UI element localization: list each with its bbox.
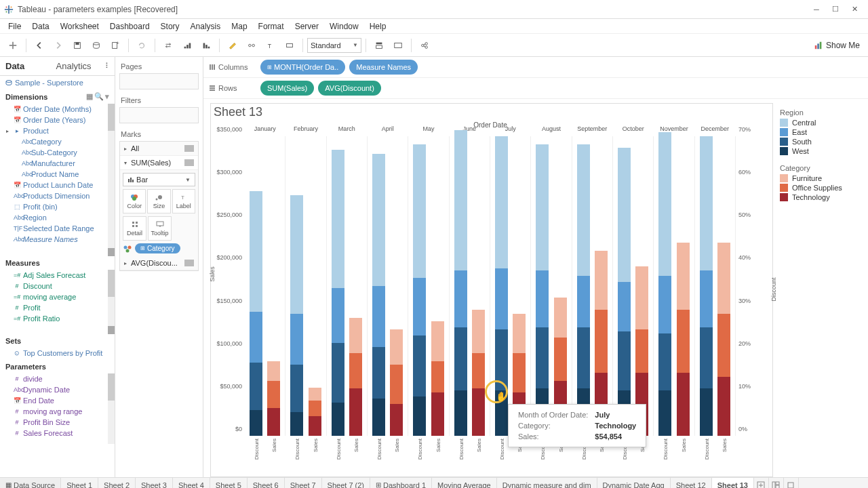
labels-button[interactable] [281,37,298,54]
menu-help[interactable]: Help [364,19,392,34]
menu-file[interactable]: File [3,19,26,34]
legend-item-west[interactable]: West [780,146,861,156]
bar-discount-december-central[interactable] [700,136,713,270]
datasource[interactable]: Sample - Superstore [0,76,115,89]
tab-dynamic-measure-and-dim[interactable]: Dynamic measure and dim [497,478,597,488]
bar-discount-march-central[interactable] [332,150,344,288]
rows-shelf[interactable]: Rows SUM(Sales) AVG(Discount) [203,78,868,99]
bar-discount-february-east[interactable] [290,314,303,365]
bar-discount-april-east[interactable] [372,286,385,347]
menu-map[interactable]: Map [226,19,252,34]
field-sales-forecast[interactable]: #Sales Forecast [0,428,115,439]
legend-item-technology[interactable]: Technology [780,192,861,202]
bar-sales-march-furniture[interactable] [349,318,362,353]
pill-sum-sales[interactable]: SUM(Sales) [260,81,314,96]
field-end-date[interactable]: 📅End Date [0,395,115,406]
field-profit-bin-[interactable]: ⬚Profit (bin) [0,201,115,212]
field-category[interactable]: AbcCategory [0,136,115,147]
bar-sales-august-office-supplies[interactable] [554,338,567,381]
bar-discount-january-east[interactable] [250,312,262,363]
marks-tooltip-button[interactable]: Tooltip [148,216,172,241]
legend-item-south[interactable]: South [780,137,861,146]
bar-discount-february-west[interactable] [290,412,303,436]
legend-item-office-supplies[interactable]: Office Supplies [780,183,861,192]
bar-sales-november-office-supplies[interactable] [677,310,690,373]
bar-discount-december-east[interactable] [700,270,713,327]
marks-sumsales[interactable]: ▾SUM(Sales) [120,156,198,170]
tab-sheet-13[interactable]: Sheet 13 [712,478,754,488]
field-products-dimension[interactable]: AbcProducts Dimension [0,190,115,201]
y-axis-sales[interactable]: Sales$0$50,000$100,000$150,000$200,000$2… [211,136,245,436]
bar-discount-january-west[interactable] [250,410,262,436]
bar-sales-october-furniture[interactable] [635,266,648,329]
field-order-date-years-[interactable]: 📅Order Date (Years) [0,115,115,125]
bar-discount-march-south[interactable] [332,343,344,402]
sheet-title[interactable]: Sheet 13 [211,104,772,123]
bar-discount-june-south[interactable] [454,327,467,390]
search-fields-icon[interactable]: 🔍 [94,92,104,101]
bar-sales-february-technology[interactable] [309,416,321,436]
bar-discount-december-west[interactable] [700,388,713,436]
tab-analytics[interactable]: Analytics [51,57,102,75]
tab-dynamic-date-agg[interactable]: Dynamic Date Agg [597,478,671,488]
menu-dashboard[interactable]: Dashboard [104,19,155,34]
field-product[interactable]: ▸▸Product [0,125,115,136]
new-dashboard-button[interactable] [769,478,784,488]
bar-discount-may-west[interactable] [413,396,426,436]
bar-discount-april-west[interactable] [372,399,385,436]
field-moving-average[interactable]: =#moving average [0,291,115,302]
menu-server[interactable]: Server [290,19,324,34]
bar-discount-september-east[interactable] [577,276,590,327]
field-divide[interactable]: #divide [0,373,115,384]
menu-story[interactable]: Story [155,19,185,34]
bar-discount-may-central[interactable] [413,144,426,279]
bar-sales-may-furniture[interactable] [431,321,444,361]
field-sub-category[interactable]: AbcSub-Category [0,147,115,158]
bar-sales-december-technology[interactable] [717,377,730,436]
marks-size-button[interactable]: Size [147,189,170,214]
new-story-button[interactable] [784,478,799,488]
back-button[interactable] [31,37,48,54]
bar-sales-january-furniture[interactable] [267,361,280,381]
bar-sales-february-furniture[interactable] [309,388,321,401]
visualization[interactable]: Sheet 13 Order Date Sales$0$50,000$100,0… [210,103,773,477]
bar-discount-july-central[interactable] [495,136,508,268]
field-discount[interactable]: #Discount [0,281,115,291]
maximize-button[interactable]: ☐ [826,3,845,16]
bar-sales-june-furniture[interactable] [472,310,485,353]
new-worksheet-button[interactable] [754,478,769,488]
bar-sales-september-office-supplies[interactable] [595,310,608,373]
scrollbar[interactable] [108,270,115,334]
chart-area[interactable]: JanuaryFebruaryMarchAprilMayJuneJulyAugu… [245,136,736,436]
field-product-name[interactable]: AbcProduct Name [0,169,115,180]
menu-data[interactable]: Data [26,19,54,34]
tab-dashboard-1[interactable]: ⊞Dashboard 1 [370,478,432,488]
bar-discount-november-east[interactable] [658,276,671,333]
tab-sheet-6[interactable]: Sheet 6 [248,478,285,488]
filters-shelf[interactable] [119,107,199,123]
bar-sales-february-office-supplies[interactable] [309,401,321,416]
bar-discount-september-central[interactable] [577,144,590,277]
tab-sheet-1[interactable]: Sheet 1 [61,478,98,488]
bar-discount-april-south[interactable] [372,347,385,399]
tab-sheet-12[interactable]: Sheet 12 [671,478,712,488]
marks-color-pill[interactable]: ⊞Category [123,243,195,253]
bar-sales-november-technology[interactable] [677,373,690,436]
bar-discount-march-east[interactable] [332,288,344,343]
field-top-customers-by-profit[interactable]: ⊙Top Customers by Profit [0,348,115,359]
tab-data-source[interactable]: ▦Data Source [0,478,61,488]
bar-discount-november-west[interactable] [658,390,671,436]
marks-color-button[interactable]: Color [123,189,146,214]
field-order-date-months-[interactable]: 📅Order Date (Months) [0,104,115,115]
menu-worksheet[interactable]: Worksheet [55,19,104,34]
sort-desc-button[interactable] [197,37,215,54]
bar-discount-october-south[interactable] [618,331,631,390]
menu-format[interactable]: Format [253,19,290,34]
bar-discount-august-central[interactable] [536,144,549,270]
marks-detail-button[interactable]: Detail [123,216,146,241]
bar-discount-july-south[interactable] [495,329,508,390]
bar-sales-april-furniture[interactable] [390,329,403,365]
group-button[interactable] [243,37,260,54]
field-manufacturer[interactable]: AbcManufacturer [0,158,115,169]
tab-moving-average[interactable]: Moving Average [432,478,497,488]
